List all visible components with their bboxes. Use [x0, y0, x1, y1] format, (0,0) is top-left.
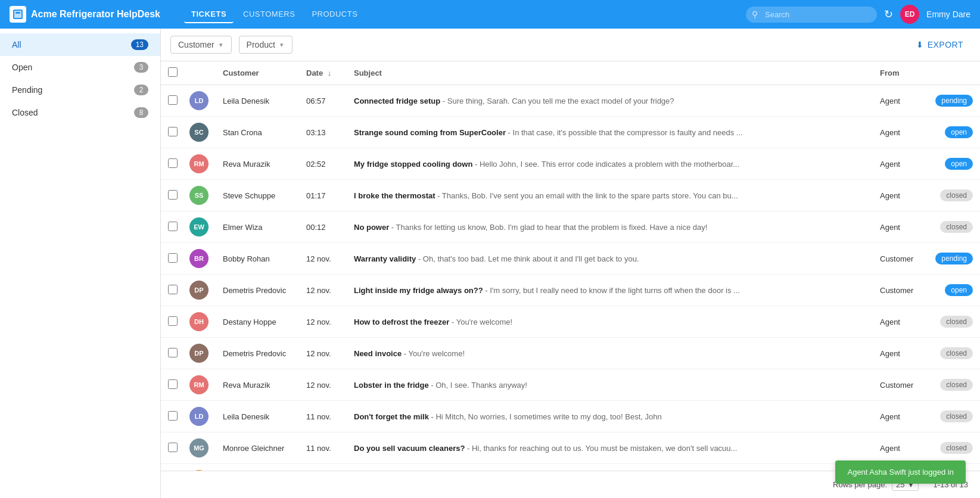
- svg-rect-2: [15, 12, 20, 14]
- row-subject-bold: I broke the thermostat: [354, 191, 435, 200]
- row-status-cell: pending: [926, 243, 980, 275]
- row-customer: Bobby Rohan: [216, 243, 299, 275]
- row-date: 12 nov.: [299, 338, 347, 369]
- row-checkbox[interactable]: [168, 253, 178, 263]
- row-date: 00:12: [299, 211, 347, 243]
- sidebar-item-pending[interactable]: Pending 2: [0, 79, 160, 101]
- row-checkbox[interactable]: [168, 379, 178, 389]
- app-logo: Acme Refrigerator HelpDesk: [10, 6, 160, 23]
- product-dropdown-icon: ▼: [279, 42, 285, 48]
- row-checkbox[interactable]: [168, 222, 178, 231]
- row-date: 03:13: [299, 117, 347, 148]
- row-avatar: SC: [189, 123, 209, 142]
- status-badge: closed: [940, 189, 973, 201]
- row-checkbox[interactable]: [168, 316, 178, 326]
- table-row: LD Leila Denesik 11 nov. Don't forget th…: [161, 401, 980, 432]
- product-filter[interactable]: Product ▼: [239, 36, 293, 54]
- row-subject-preview: - Hi, thanks for reaching out to us. You…: [465, 444, 737, 453]
- sidebar-item-open[interactable]: Open 3: [0, 56, 160, 79]
- row-subject-bold: Don't forget the milk: [354, 412, 429, 421]
- row-check-cell: [161, 464, 185, 471]
- sidebar-label-all: All: [12, 40, 21, 49]
- th-check: [161, 61, 185, 85]
- row-from: Agent: [873, 85, 926, 117]
- main-layout: All 13 Open 3 Pending 2 Closed 8 Custome…: [0, 29, 980, 498]
- status-badge: closed: [940, 410, 973, 422]
- row-subject-bold: Connected fridge setup: [354, 97, 440, 105]
- row-check-cell: [161, 401, 185, 432]
- search-input[interactable]: [746, 7, 877, 23]
- table-row: SS Steve Schuppe 01:17 I broke the therm…: [161, 180, 980, 211]
- sidebar-item-all[interactable]: All 13: [0, 33, 160, 56]
- row-subject-preview: - Hello John, I see. This error code ind…: [472, 160, 739, 169]
- th-from: From: [873, 61, 926, 85]
- row-from: Agent: [873, 432, 926, 464]
- nav-tickets[interactable]: TICKETS: [184, 6, 234, 23]
- row-checkbox[interactable]: [168, 158, 178, 168]
- row-customer: Destany Hoppe: [216, 306, 299, 338]
- status-badge: closed: [940, 347, 973, 359]
- row-status-cell: closed: [926, 211, 980, 243]
- th-date[interactable]: Date ↓: [299, 61, 347, 85]
- row-from: Agent: [873, 401, 926, 432]
- row-date: 12 nov.: [299, 369, 347, 401]
- row-checkbox[interactable]: [168, 411, 178, 421]
- table-row: LD Leila Denesik 06:57 Connected fridge …: [161, 85, 980, 117]
- sidebar-badge-closed: 8: [134, 107, 148, 118]
- row-from: Customer: [873, 275, 926, 306]
- row-subject-preview: - Thanks, Bob. I've sent you an email wi…: [435, 191, 738, 200]
- row-check-cell: [161, 306, 185, 338]
- row-subject: No power - Thanks for letting us know, B…: [347, 211, 873, 243]
- row-checkbox[interactable]: [168, 95, 178, 105]
- row-from: Customer: [873, 369, 926, 401]
- row-checkbox[interactable]: [168, 190, 178, 200]
- status-badge: pending: [935, 253, 973, 264]
- customer-filter[interactable]: Customer ▼: [170, 36, 232, 54]
- export-button[interactable]: ⬇ EXPORT: [909, 36, 970, 53]
- row-avatar-cell: SS: [185, 180, 216, 211]
- tickets-table-container: Customer Date ↓ Subject From: [161, 61, 980, 471]
- svg-rect-1: [14, 11, 21, 18]
- row-checkbox[interactable]: [168, 348, 178, 357]
- row-check-cell: [161, 117, 185, 148]
- header-right: ⚲ ↻ ED Emmy Dare: [746, 5, 970, 24]
- sidebar-badge-pending: 2: [134, 85, 148, 95]
- row-customer: Steve Schuppe: [216, 180, 299, 211]
- row-avatar: BR: [189, 249, 209, 268]
- tickets-table: Customer Date ↓ Subject From: [161, 61, 980, 471]
- row-checkbox[interactable]: [168, 127, 178, 136]
- select-all-checkbox[interactable]: [168, 67, 178, 77]
- nav-products[interactable]: PRODUCTS: [304, 6, 365, 23]
- row-subject-bold: Need invoice: [354, 349, 402, 358]
- row-avatar: DH: [189, 312, 209, 331]
- filters-bar: Customer ▼ Product ▼ ⬇ EXPORT: [161, 29, 980, 61]
- row-check-cell: [161, 85, 185, 117]
- row-subject-preview: - You're welcome!: [449, 318, 512, 326]
- row-subject: Strange sound coming from SuperCooler - …: [347, 117, 873, 148]
- row-date: 12 nov.: [299, 243, 347, 275]
- row-checkbox[interactable]: [168, 285, 178, 294]
- row-avatar-cell: LD: [185, 85, 216, 117]
- nav-customers[interactable]: CUSTOMERS: [236, 6, 302, 23]
- row-status-cell: closed: [926, 432, 980, 464]
- user-name: Emmy Dare: [926, 10, 970, 19]
- row-status-cell: closed: [926, 369, 980, 401]
- sidebar-item-closed[interactable]: Closed 8: [0, 101, 160, 124]
- row-checkbox[interactable]: [168, 443, 178, 452]
- row-avatar: LD: [189, 91, 209, 110]
- sidebar-label-closed: Closed: [12, 108, 38, 117]
- row-subject-preview: - Oh, I see. Thanks anyway!: [429, 381, 527, 390]
- row-avatar: RM: [189, 154, 209, 173]
- row-avatar: RM: [189, 375, 209, 394]
- refresh-icon[interactable]: ↻: [884, 8, 893, 21]
- row-check-cell: [161, 432, 185, 464]
- row-subject: Warranty validity - Oh, that's too bad. …: [347, 243, 873, 275]
- row-avatar-cell: DP: [185, 338, 216, 369]
- row-customer: Reva Murazik: [216, 148, 299, 180]
- table-row: BR Bobby Rohan 12 nov. Warranty validity…: [161, 243, 980, 275]
- status-badge: open: [945, 284, 973, 296]
- sort-icon: ↓: [328, 69, 332, 77]
- row-subject-bold: Strange sound coming from SuperCooler: [354, 128, 506, 137]
- row-date: 11 nov.: [299, 401, 347, 432]
- table-row: RM Reva Murazik 02:52 My fridge stopped …: [161, 148, 980, 180]
